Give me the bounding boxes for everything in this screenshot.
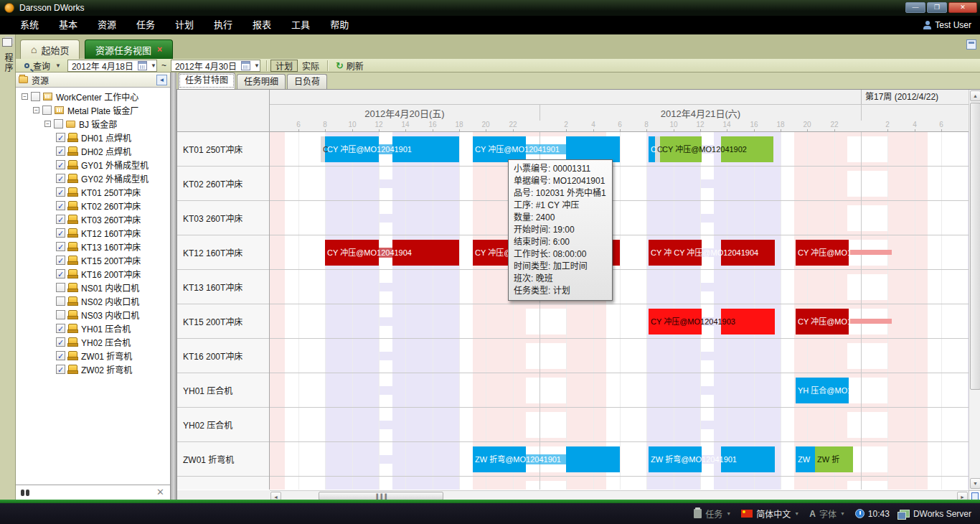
minimize-button[interactable]: — — [905, 2, 925, 13]
gantt-bar[interactable]: C — [655, 136, 660, 162]
gantt-tab-1[interactable]: 任务明细 — [237, 74, 286, 89]
checkbox[interactable]: ✓ — [56, 174, 65, 183]
gantt-bar[interactable] — [849, 250, 892, 255]
gantt-bar[interactable]: CY 冲压@MO12041901 — [473, 136, 526, 162]
tree-item-zw01[interactable]: ✓ZW01 折弯机 — [16, 349, 170, 362]
chevron-down-icon[interactable]: ▼ — [726, 511, 731, 516]
tree-item-yh02[interactable]: ✓YH02 压合机 — [16, 335, 170, 349]
status-item-0[interactable]: 任务▼ — [694, 507, 731, 520]
checkbox[interactable] — [42, 106, 52, 115]
layout-icon[interactable] — [966, 39, 976, 50]
gantt-bar[interactable]: CY 冲压@MO12041902 — [660, 136, 702, 162]
chevron-down-icon[interactable]: ▼ — [840, 511, 845, 516]
checkbox[interactable]: ✓ — [56, 337, 65, 347]
menu-item-3[interactable]: 任务 — [126, 16, 165, 34]
actual-toggle-button[interactable]: 实际 — [298, 60, 324, 72]
gantt-bar[interactable]: CY 冲 CY 冲压@MO12041904 — [649, 240, 702, 266]
chevron-down-icon[interactable]: ▼ — [151, 62, 156, 69]
checkbox[interactable] — [31, 92, 40, 101]
checkbox[interactable] — [54, 119, 63, 128]
gantt-bar[interactable]: ZW 折 — [815, 446, 853, 472]
gantt-bar[interactable]: YH 压合@MO1 — [796, 378, 849, 403]
checkbox[interactable] — [56, 296, 65, 306]
tree-item-ns01[interactable]: NS01 内收口机 — [16, 281, 170, 294]
tree-item-kt02[interactable]: ✓KT02 260T冲床 — [16, 199, 170, 212]
gantt-tab-2[interactable]: 日负荷 — [287, 74, 327, 89]
scroll-up-icon[interactable]: ▲ — [970, 90, 980, 101]
menu-item-2[interactable]: 资源 — [88, 16, 126, 34]
menu-item-6[interactable]: 报表 — [242, 16, 281, 34]
checkbox[interactable]: ✓ — [56, 256, 65, 265]
gantt-bar[interactable]: CY 冲压@MO1 — [796, 309, 849, 334]
checkbox[interactable]: ✓ — [56, 146, 65, 156]
gantt-tab-0[interactable]: 任务甘特图 — [178, 72, 235, 89]
tree-item-kt03[interactable]: ✓KT03 260T冲床 — [16, 212, 170, 226]
checkbox[interactable]: ✓ — [56, 365, 65, 374]
query-button[interactable]: 查询 ▼ — [20, 60, 65, 72]
collapsed-panel-strip[interactable]: 程序 — [0, 34, 16, 500]
tree-item-gy01[interactable]: ✓GY01 外桶成型机 — [16, 158, 170, 172]
tab-home[interactable]: ⌂ 起始页 — [20, 39, 80, 59]
checkbox[interactable]: ✓ — [56, 351, 65, 360]
menu-item-0[interactable]: 系统 — [10, 16, 49, 34]
checkbox[interactable]: ✓ — [56, 187, 65, 197]
collapse-node-icon[interactable]: − — [44, 121, 51, 127]
tree-item-gy02[interactable]: ✓GY02 外桶成型机 — [16, 172, 170, 185]
clear-filter-icon[interactable]: ✕ — [156, 487, 164, 497]
tree-item-dh01[interactable]: ✓DH01 点焊机 — [16, 131, 170, 144]
gantt-bar[interactable]: ZW 折弯@MO12041901 — [473, 446, 526, 472]
tree-item-ns03[interactable]: NS03 内收口机 — [16, 308, 170, 322]
date-to-field[interactable]: 2012年 4月30日 ▼ — [171, 60, 260, 72]
scroll-down-icon[interactable]: ▼ — [970, 478, 980, 489]
checkbox[interactable]: ✓ — [56, 215, 65, 224]
tree-item-metal-plate[interactable]: −Metal Plate 钣金厂 — [16, 103, 170, 117]
tree-item-ns02[interactable]: NS02 内收口机 — [16, 294, 170, 308]
menu-item-8[interactable]: 帮助 — [320, 16, 359, 34]
checkbox[interactable]: ✓ — [56, 133, 65, 142]
menu-item-5[interactable]: 执行 — [204, 16, 242, 34]
menu-item-4[interactable]: 计划 — [165, 16, 204, 34]
collapse-node-icon[interactable]: − — [22, 93, 28, 100]
gantt-bar[interactable]: CY 冲压@MO12041901 — [325, 136, 379, 162]
binoculars-icon[interactable] — [21, 488, 29, 496]
gantt-bar[interactable]: CY 冲压@MO12041903 — [649, 309, 702, 334]
collapse-node-icon[interactable]: − — [33, 107, 39, 113]
tab-resource-task-view[interactable]: 资源任务视图 × — [85, 39, 173, 59]
gantt-bar[interactable]: C — [649, 136, 655, 162]
gantt-bar[interactable]: CY 冲压@MO1 — [796, 240, 849, 266]
gantt-bar[interactable] — [849, 319, 892, 324]
gantt-bar[interactable] — [566, 136, 620, 162]
panel-splitter[interactable] — [171, 72, 176, 500]
gantt-bar[interactable]: ZW 折弯@MO12041901 — [649, 446, 702, 472]
plan-toggle-button[interactable]: 计划 — [270, 60, 298, 72]
collapse-panel-button[interactable]: ◄ — [156, 75, 167, 85]
user-chip[interactable]: Test User — [923, 16, 971, 34]
restore-button[interactable]: ❐ — [927, 2, 947, 13]
chevron-down-icon[interactable]: ▼ — [254, 62, 260, 69]
checkbox[interactable]: ✓ — [56, 242, 65, 251]
gantt-bar[interactable]: CY 冲压@MO12041904 — [325, 240, 379, 266]
gantt-bar[interactable]: ZW — [796, 446, 815, 472]
tree-item-kt15[interactable]: ✓KT15 200T冲床 — [16, 253, 170, 267]
tab-close-icon[interactable]: × — [157, 45, 162, 55]
checkbox[interactable] — [56, 283, 65, 292]
menu-item-1[interactable]: 基本 — [49, 16, 88, 34]
tree-item-yh01[interactable]: ✓YH01 压合机 — [16, 322, 170, 335]
tree-item-kt12[interactable]: ✓KT12 160T冲床 — [16, 226, 170, 240]
status-item-1[interactable]: 简体中文▼ — [741, 507, 799, 520]
menu-item-7[interactable]: 工具 — [281, 16, 320, 34]
tree-item-workcenter[interactable]: −WorkCenter 工作中心 — [16, 90, 170, 103]
checkbox[interactable]: ✓ — [56, 324, 65, 333]
vertical-scrollbar[interactable]: ▲ ▼ — [969, 90, 980, 501]
checkbox[interactable]: ✓ — [56, 269, 65, 279]
date-from-field[interactable]: 2012年 4月18日 ▼ — [67, 60, 157, 72]
chevron-down-icon[interactable]: ▼ — [794, 511, 799, 516]
chevron-down-icon[interactable]: ▼ — [55, 62, 61, 69]
tree-item-kt16[interactable]: ✓KT16 200T冲床 — [16, 267, 170, 281]
close-button[interactable]: ✕ — [948, 2, 977, 13]
refresh-button[interactable]: ↻ 刷新 — [331, 60, 368, 72]
vertical-scroll-thumb[interactable] — [970, 103, 980, 390]
gantt-bar[interactable] — [566, 446, 620, 472]
tree-item-kt13[interactable]: ✓KT13 160T冲床 — [16, 240, 170, 253]
checkbox[interactable]: ✓ — [56, 228, 65, 238]
